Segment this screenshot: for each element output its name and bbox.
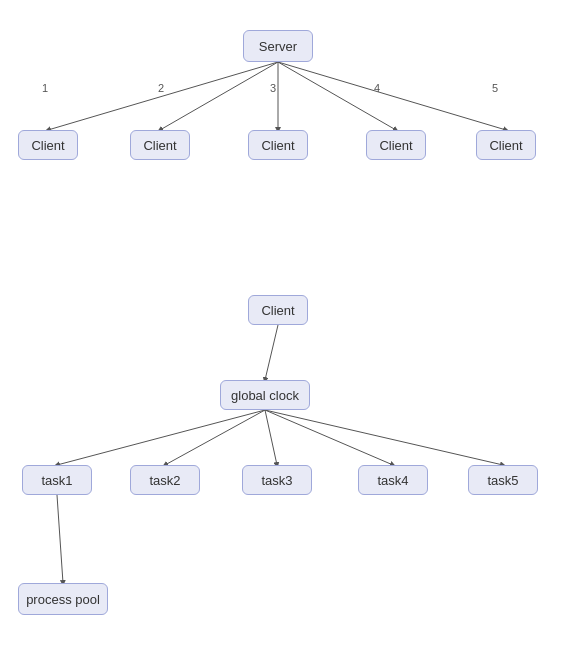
svg-line-4 (278, 62, 506, 130)
svg-line-1 (160, 62, 278, 130)
process-pool-node: process pool (18, 583, 108, 615)
task4-node: task4 (358, 465, 428, 495)
task5-node: task5 (468, 465, 538, 495)
client-node-2: Client (130, 130, 190, 160)
svg-line-11 (57, 495, 63, 583)
svg-line-7 (165, 410, 265, 465)
global-clock-node: global clock (220, 380, 310, 410)
task1-node: task1 (22, 465, 92, 495)
svg-line-5 (265, 325, 278, 380)
client-node-4: Client (366, 130, 426, 160)
svg-line-10 (265, 410, 503, 465)
edge-label-3: 3 (270, 82, 276, 94)
svg-line-3 (278, 62, 396, 130)
task2-node: task2 (130, 465, 200, 495)
svg-line-8 (265, 410, 277, 465)
svg-line-0 (48, 62, 278, 130)
client-node-1: Client (18, 130, 78, 160)
svg-line-9 (265, 410, 393, 465)
edge-label-2: 2 (158, 82, 164, 94)
client-node-5: Client (476, 130, 536, 160)
diagram-container: Server 1 2 3 4 5 Client Client Client Cl… (0, 0, 564, 663)
svg-line-6 (57, 410, 265, 465)
edge-label-5: 5 (492, 82, 498, 94)
server-node: Server (243, 30, 313, 62)
task3-node: task3 (242, 465, 312, 495)
edge-label-1: 1 (42, 82, 48, 94)
client-node-3: Client (248, 130, 308, 160)
connector-lines (0, 0, 564, 663)
client-node-d2: Client (248, 295, 308, 325)
edge-label-4: 4 (374, 82, 380, 94)
